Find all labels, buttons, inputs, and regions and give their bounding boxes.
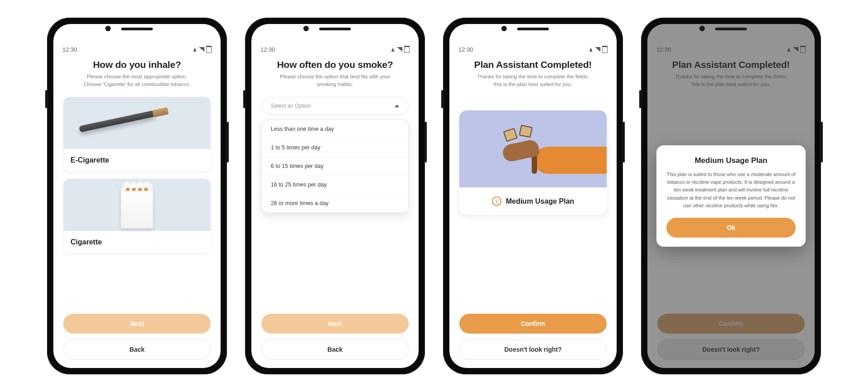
button-column: Next Back [63, 314, 211, 360]
dropdown-item[interactable]: 16 to 25 times per day [262, 175, 408, 194]
select-placeholder: Select an Option [271, 103, 311, 109]
front-camera [699, 26, 705, 31]
option-label: E-Cigarette [63, 149, 211, 172]
content-3: Plan Assistant Completed! Thanks for tak… [449, 55, 617, 368]
plan-title-row[interactable]: i Medium Usage Plan [459, 187, 607, 215]
button-column: Confirm Doesn't look right? [459, 314, 607, 360]
back-button[interactable]: Back [63, 339, 211, 360]
plan-info-modal: Medium Usage Plan This plan is suited to… [656, 145, 806, 246]
front-camera [105, 26, 111, 31]
stage: 12:30 How do you inhale? Please choose t… [0, 0, 868, 392]
phone-frame-4: 12:30 Plan Assistant Completed! Thanks f… [641, 18, 821, 374]
frequency-select[interactable]: Select an Option [261, 97, 409, 115]
modal-body: This plan is suited to those who use a m… [666, 171, 796, 209]
dropdown-item[interactable]: Less than one time a day [262, 120, 408, 138]
phone-frame-3: 12:30 Plan Assistant Completed! Thanks f… [443, 18, 623, 374]
dropdown-item[interactable]: 1 to 5 times per day [262, 138, 408, 157]
signal-icon [199, 47, 204, 52]
dropdown-item[interactable]: 26 or more times a day [262, 194, 408, 212]
earpiece [517, 28, 549, 30]
next-button[interactable]: Next [261, 314, 409, 334]
modal-scrim[interactable]: Medium Usage Plan This plan is suited to… [647, 24, 815, 368]
phone-frame-1: 12:30 How do you inhale? Please choose t… [47, 18, 227, 374]
content-1: How do you inhale? Please choose the mos… [53, 55, 221, 368]
button-column: Next Back [261, 314, 409, 360]
screen-2: 12:30 How often do you smoke? Please cho… [251, 24, 419, 368]
front-camera [303, 26, 309, 31]
plan-card: i Medium Usage Plan [459, 110, 607, 215]
page-subtitle: Thanks for taking the time to complete t… [474, 73, 592, 88]
status-time: 12:30 [260, 46, 275, 53]
option-ecigarette[interactable]: E-Cigarette [63, 97, 211, 172]
page-title: How do you inhale? [63, 59, 211, 70]
option-label: Cigarette [63, 231, 211, 253]
wifi-icon [392, 48, 395, 52]
modal-ok-button[interactable]: Ok [666, 218, 796, 238]
page-title: Plan Assistant Completed! [459, 59, 607, 70]
battery-icon [206, 46, 212, 53]
frequency-dropdown: Less than one time a day 1 to 5 times pe… [261, 120, 409, 213]
battery-icon [404, 46, 410, 53]
screen-1: 12:30 How do you inhale? Please choose t… [53, 24, 221, 368]
modal-title: Medium Usage Plan [666, 156, 796, 165]
status-icons [589, 46, 608, 53]
signal-icon [595, 47, 600, 52]
status-icons [193, 46, 212, 53]
patch-icon [503, 128, 518, 142]
chevron-up-icon [395, 105, 399, 107]
wifi-icon [193, 48, 197, 52]
doesnt-look-right-button[interactable]: Doesn't look right? [459, 339, 607, 360]
signal-icon [397, 47, 402, 52]
dropdown-item[interactable]: 6 to 15 times per day [262, 157, 408, 175]
content-2: How often do you smoke? Please choose th… [251, 55, 419, 368]
next-button[interactable]: Next [63, 314, 211, 334]
battery-icon [602, 46, 608, 53]
page-subtitle: Please choose the most appropriate optio… [78, 73, 196, 88]
info-icon: i [492, 196, 501, 206]
phone-frame-2: 12:30 How often do you smoke? Please cho… [245, 18, 425, 374]
wifi-icon [590, 48, 593, 52]
page-title: How often do you smoke? [261, 59, 409, 70]
cigarette-pack-icon [63, 179, 211, 231]
status-time: 12:30 [62, 46, 77, 53]
page-header: How do you inhale? Please choose the mos… [63, 55, 211, 88]
page-subtitle: Please choose the option that best fits … [276, 73, 394, 88]
page-header: Plan Assistant Completed! Thanks for tak… [459, 55, 607, 88]
status-icons [391, 46, 410, 53]
confirm-button[interactable]: Confirm [459, 314, 607, 334]
status-time: 12:30 [458, 46, 473, 53]
page-header: How often do you smoke? Please choose th… [261, 55, 409, 88]
option-list: E-Cigarette Cigarette [63, 97, 211, 253]
plan-illustration [459, 110, 607, 187]
patch-icon [519, 125, 533, 138]
ecig-icon [63, 97, 211, 149]
front-camera [501, 26, 507, 31]
earpiece [319, 28, 351, 30]
back-button[interactable]: Back [261, 339, 409, 360]
arm-icon [534, 147, 607, 174]
screen-3: 12:30 Plan Assistant Completed! Thanks f… [449, 24, 617, 368]
screen-4: 12:30 Plan Assistant Completed! Thanks f… [647, 24, 815, 368]
option-cigarette[interactable]: Cigarette [63, 179, 211, 253]
earpiece [121, 28, 153, 30]
plan-name: Medium Usage Plan [506, 197, 574, 206]
earpiece [715, 28, 747, 30]
